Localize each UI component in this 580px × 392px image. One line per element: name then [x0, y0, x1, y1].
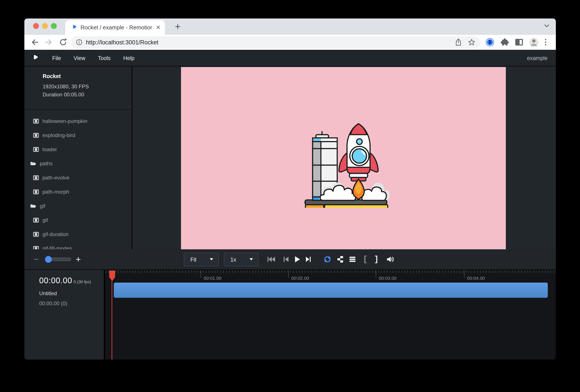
ruler-second-tick — [288, 270, 289, 278]
film-icon — [33, 175, 39, 180]
sidebar-item-gif-fill-modes[interactable]: gif-fill-modes — [24, 241, 132, 249]
volume-icon[interactable] — [387, 256, 394, 262]
sidebar-divider — [24, 110, 132, 110]
previous-frame-button[interactable] — [283, 256, 289, 262]
share-icon[interactable] — [455, 38, 462, 47]
jump-to-start-button[interactable] — [267, 256, 276, 262]
track-name: Untitled — [39, 290, 57, 296]
sidebar-item-loader[interactable]: loader — [24, 142, 132, 156]
new-tab-button[interactable]: + — [175, 21, 181, 32]
chevron-down-icon — [209, 258, 213, 261]
timeline-info-panel: 00:00.00 0 (30 fps) Untitled 00:00.00 (0… — [24, 270, 104, 360]
traffic-lights — [33, 23, 57, 29]
tab-title: Rocket / example - Remotion P — [81, 24, 152, 31]
loop-toggle-icon[interactable] — [323, 256, 331, 263]
sidebar-item-exploding-bird[interactable]: exploding-bird — [24, 128, 132, 142]
ruler-time-label: 00:03.00 — [379, 276, 397, 281]
sidebar-item-path-morph[interactable]: path-morph — [24, 185, 132, 199]
onepassword-extension-icon[interactable] — [485, 37, 495, 48]
composition-resolution: 1920x1080, 30 FPS — [43, 82, 89, 91]
track-duration-label: 00:00.00 (0) — [39, 300, 67, 306]
url-bar[interactable]: http://localhost:3001/Rocket — [71, 36, 480, 49]
folder-open-icon — [30, 204, 36, 208]
ruler-time-label: 00:04.00 — [467, 276, 485, 281]
bookmark-star-icon[interactable] — [468, 39, 475, 47]
out-point-bracket-button[interactable]: ] — [374, 255, 379, 264]
ruler-time-label: 00:02.00 — [291, 276, 309, 281]
ruler-second-tick — [376, 270, 376, 278]
current-timecode: 00:00.00 — [39, 276, 72, 285]
sidebar-folder-paths[interactable]: paths — [24, 156, 132, 170]
back-button[interactable] — [30, 37, 39, 48]
playback-speed-select[interactable]: 1x — [224, 253, 259, 266]
ruler-second-tick — [464, 270, 464, 278]
sidebar-item-gif-duration[interactable]: gif-duration — [24, 227, 132, 241]
browser-tab[interactable]: Rocket / example - Remotion P ✕ — [65, 20, 165, 35]
current-frame-label: 0 (30 fps) — [74, 279, 91, 284]
composition-list: halloween-pumpkin exploding-bird loader … — [24, 114, 132, 249]
minimize-window-button[interactable] — [42, 23, 48, 29]
player-controls-bar: − + Fit 1x — [24, 249, 556, 270]
timeline-zoom-in-button[interactable]: + — [76, 255, 81, 264]
in-point-bracket-button[interactable]: [ — [363, 255, 368, 264]
tab-search-chevron-icon[interactable] — [544, 24, 549, 28]
tab-strip: Rocket / example - Remotion P ✕ + — [24, 18, 556, 35]
sidebar-item-halloween-pumpkin[interactable]: halloween-pumpkin — [24, 114, 132, 128]
ruler-time-label: 00:01.00 — [204, 276, 221, 281]
menu-tools[interactable]: Tools — [92, 55, 117, 61]
profile-avatar[interactable] — [529, 37, 539, 48]
preview-panel — [133, 67, 556, 249]
composition-duration: Duration 00:05.00 — [43, 91, 89, 99]
side-panel-icon[interactable] — [515, 38, 523, 47]
menu-help[interactable]: Help — [117, 55, 141, 61]
project-name-label: example — [527, 55, 548, 61]
browser-menu-kebab-icon[interactable] — [544, 38, 547, 47]
sidebar-item-gif[interactable]: gif — [24, 213, 132, 227]
url-text: http://localhost:3001/Rocket — [86, 39, 158, 46]
film-icon — [33, 246, 39, 250]
menu-file[interactable]: File — [46, 55, 67, 61]
remotion-logo-icon — [32, 54, 38, 62]
browser-window: Rocket / example - Remotion P ✕ + http:/… — [24, 18, 556, 360]
browser-toolbar: http://localhost:3001/Rocket — [24, 35, 556, 50]
film-icon — [33, 232, 39, 237]
timeline-ruler[interactable] — [105, 270, 556, 273]
chevron-down-icon — [249, 258, 253, 261]
compositions-sidebar: Rocket 1920x1080, 30 FPS Duration 00:05.… — [24, 67, 132, 249]
extensions-puzzle-icon[interactable] — [500, 38, 509, 47]
app-menu-bar: File View Tools Help example — [24, 50, 556, 67]
rocket-launch-illustration — [302, 121, 389, 208]
film-icon — [33, 189, 39, 194]
composition-info: Rocket 1920x1080, 30 FPS Duration 00:05.… — [43, 73, 89, 99]
fullscreen-window-button[interactable] — [51, 23, 57, 29]
film-icon — [33, 218, 39, 223]
reload-button[interactable] — [59, 37, 67, 48]
rich-timeline-toggle-icon[interactable] — [349, 256, 356, 262]
sidebar-folder-gif[interactable]: gif — [24, 199, 132, 213]
film-icon — [33, 147, 39, 152]
ruler-second-tick — [201, 270, 201, 278]
forward-button[interactable] — [44, 37, 53, 48]
timeline-tracks-area[interactable]: 00:01.00 00:02.00 00:03.00 00:04.00 — [105, 270, 556, 360]
timeline-zoom-out-button[interactable]: − — [34, 255, 38, 264]
play-button[interactable] — [294, 256, 301, 263]
playhead-line[interactable] — [112, 271, 112, 360]
playhead-handle[interactable] — [109, 271, 115, 282]
site-info-icon[interactable] — [76, 39, 82, 46]
timeline-zoom-slider[interactable] — [45, 258, 71, 261]
film-icon — [33, 133, 39, 138]
sidebar-item-path-evolve[interactable]: path-evolve — [24, 170, 132, 185]
next-frame-button[interactable] — [305, 256, 311, 262]
close-window-button[interactable] — [33, 23, 39, 29]
tab-close-icon[interactable]: ✕ — [156, 24, 160, 31]
sequence-track-bar[interactable] — [114, 282, 548, 298]
menu-view[interactable]: View — [67, 55, 92, 61]
folder-open-icon — [30, 161, 36, 166]
film-icon — [33, 119, 39, 124]
video-canvas — [181, 67, 506, 249]
timeline-zoom-slider-thumb[interactable] — [45, 256, 52, 263]
canvas-size-select[interactable]: Fit — [184, 253, 219, 266]
transparency-checkerboard-icon[interactable] — [337, 256, 343, 263]
timeline-panel: 00:00.00 0 (30 fps) Untitled 00:00.00 (0… — [24, 270, 556, 360]
composition-title: Rocket — [43, 73, 89, 79]
